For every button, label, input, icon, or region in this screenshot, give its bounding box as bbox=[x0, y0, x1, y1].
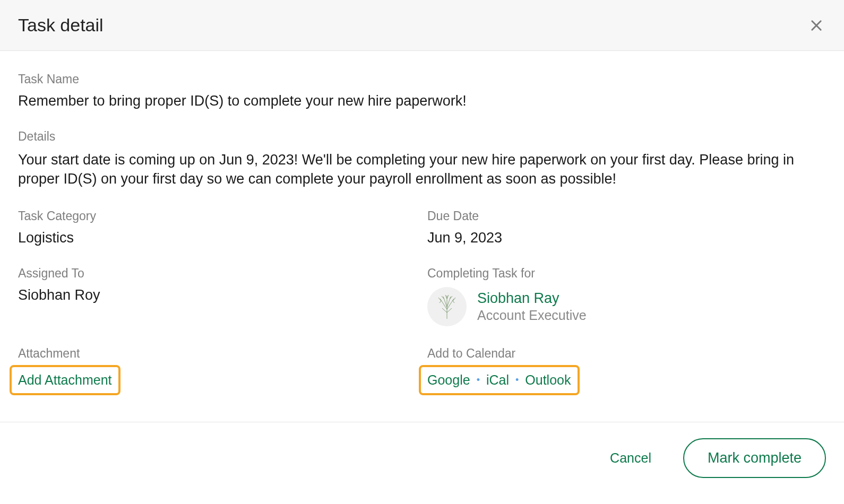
category-duedate-row: Task Category Logistics Due Date Jun 9, … bbox=[18, 209, 826, 246]
completing-for-label: Completing Task for bbox=[427, 266, 826, 281]
assigned-to-value: Siobhan Roy bbox=[18, 287, 417, 303]
cancel-button[interactable]: Cancel bbox=[610, 450, 651, 466]
svg-line-6 bbox=[447, 297, 451, 307]
modal-header: Task detail bbox=[0, 0, 844, 51]
task-name-value: Remember to bring proper ID(S) to comple… bbox=[18, 93, 826, 109]
person-title: Account Executive bbox=[477, 308, 587, 323]
calendar-label: Add to Calendar bbox=[427, 346, 826, 361]
dot-separator: • bbox=[515, 375, 519, 386]
assigned-to-section: Assigned To Siobhan Roy bbox=[18, 266, 417, 326]
due-date-value: Jun 9, 2023 bbox=[427, 230, 826, 246]
task-details-section: Details Your start date is coming up on … bbox=[18, 129, 826, 189]
svg-line-14 bbox=[445, 295, 447, 299]
mark-complete-button[interactable]: Mark complete bbox=[683, 438, 826, 478]
plant-icon bbox=[434, 293, 460, 320]
due-date-label: Due Date bbox=[427, 209, 826, 223]
attachment-calendar-row: Attachment Add Attachment Add to Calenda… bbox=[18, 346, 826, 395]
assigned-completing-row: Assigned To Siobhan Roy Completing Task … bbox=[18, 266, 826, 326]
attachment-label: Attachment bbox=[18, 346, 417, 361]
task-category-section: Task Category Logistics bbox=[18, 209, 417, 246]
svg-line-10 bbox=[453, 298, 455, 301]
modal-footer: Cancel Mark complete bbox=[0, 422, 844, 494]
task-name-section: Task Name Remember to bring proper ID(S)… bbox=[18, 72, 826, 109]
svg-line-9 bbox=[440, 301, 441, 303]
completing-for-section: Completing Task for bbox=[427, 266, 826, 326]
completing-for-person[interactable]: Siobhan Ray Account Executive bbox=[427, 287, 826, 326]
person-info: Siobhan Ray Account Executive bbox=[477, 290, 587, 323]
svg-line-5 bbox=[443, 297, 447, 307]
svg-line-8 bbox=[438, 298, 441, 301]
person-name: Siobhan Ray bbox=[477, 290, 587, 307]
calendar-links: Google • iCal • Outlook bbox=[427, 372, 571, 388]
task-name-label: Task Name bbox=[18, 72, 826, 86]
modal-content: Task Name Remember to bring proper ID(S)… bbox=[0, 51, 844, 411]
task-details-label: Details bbox=[18, 129, 826, 144]
task-category-value: Logistics bbox=[18, 230, 417, 246]
calendar-ical-link[interactable]: iCal bbox=[486, 372, 509, 388]
due-date-section: Due Date Jun 9, 2023 bbox=[427, 209, 826, 246]
add-attachment-link[interactable]: Add Attachment bbox=[18, 372, 112, 387]
svg-line-17 bbox=[447, 308, 452, 312]
task-details-value: Your start date is coming up on Jun 9, 2… bbox=[18, 150, 826, 189]
modal-title: Task detail bbox=[18, 15, 104, 36]
avatar bbox=[427, 287, 467, 326]
calendar-google-link[interactable]: Google bbox=[427, 372, 470, 388]
task-category-label: Task Category bbox=[18, 209, 417, 223]
svg-line-11 bbox=[453, 301, 454, 303]
attachment-section: Attachment Add Attachment bbox=[18, 346, 417, 395]
svg-line-15 bbox=[447, 295, 449, 299]
close-icon bbox=[809, 18, 824, 33]
dot-separator: • bbox=[477, 375, 480, 386]
calendar-outlook-link[interactable]: Outlook bbox=[525, 372, 571, 388]
attachment-highlight: Add Attachment bbox=[10, 365, 120, 395]
calendar-section: Add to Calendar Google • iCal • Outlook bbox=[427, 346, 826, 395]
calendar-highlight: Google • iCal • Outlook bbox=[419, 365, 580, 395]
svg-line-16 bbox=[442, 308, 447, 312]
assigned-to-label: Assigned To bbox=[18, 266, 417, 281]
close-button[interactable] bbox=[807, 16, 826, 35]
